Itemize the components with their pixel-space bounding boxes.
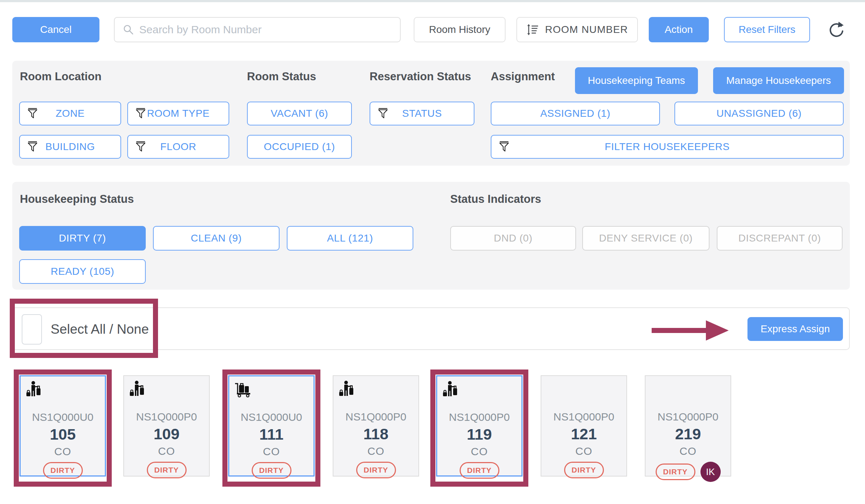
room-number: 118 — [333, 425, 418, 443]
dirty-status-badge: DIRTY — [43, 462, 83, 479]
filter-funnel-icon — [135, 141, 146, 153]
guest-with-luggage-icon — [26, 381, 43, 397]
filter-funnel-icon — [27, 141, 38, 153]
select-all-label: Select All / None — [51, 308, 149, 351]
deny-service-indicator-button[interactable]: DENY SERVICE (0) — [582, 226, 710, 251]
discrepant-indicator-button[interactable]: DISCREPANT (0) — [717, 226, 843, 251]
room-card-219[interactable]: NS1Q000P0 219 CO DIRTY IK — [645, 375, 731, 477]
all-filter-button[interactable]: ALL (121) — [287, 226, 413, 251]
occupied-filter-button[interactable]: OCCUPIED (1) — [247, 135, 352, 159]
room-type-filter-button[interactable]: ROOM TYPE — [127, 102, 229, 125]
room-card-111[interactable]: NS1Q000U0 111 CO DIRTY — [228, 375, 315, 477]
building-filter-button[interactable]: BUILDING — [19, 135, 121, 159]
zone-filter-button[interactable]: ZONE — [19, 102, 121, 125]
room-type-code: NS1Q000P0 — [437, 411, 521, 423]
room-type-code: NS1Q000P0 — [124, 411, 209, 423]
room-type-code: NS1Q000P0 — [333, 411, 418, 423]
reservation-code: CO — [437, 445, 521, 458]
room-card-118[interactable]: NS1Q000P0 118 CO DIRTY — [333, 375, 419, 477]
dirty-status-badge: DIRTY — [564, 462, 604, 478]
zone-label: ZONE — [56, 108, 85, 119]
manage-housekeepers-button[interactable]: Manage Housekeepers — [713, 67, 844, 94]
search-room-input[interactable] — [139, 24, 400, 36]
dirty-status-badge: DIRTY — [252, 462, 291, 479]
reservation-code: CO — [124, 445, 209, 457]
clean-filter-button[interactable]: CLEAN (9) — [153, 226, 280, 251]
housekeeping-status-panel: Housekeeping Status Status Indicators DI… — [12, 182, 850, 290]
building-label: BUILDING — [45, 141, 95, 153]
status-filter-button[interactable]: STATUS — [370, 102, 474, 125]
action-button[interactable]: Action — [649, 17, 709, 42]
room-number: 111 — [229, 426, 314, 443]
reservation-code: CO — [645, 445, 730, 457]
room-type-code: NS1Q000P0 — [541, 411, 626, 423]
status-label: STATUS — [402, 108, 442, 119]
floor-filter-button[interactable]: FLOOR — [127, 135, 229, 159]
assigned-filter-button[interactable]: ASSIGNED (1) — [491, 102, 660, 125]
guest-with-luggage-icon — [338, 380, 356, 397]
sort-room-number-button[interactable]: ROOM NUMBER — [516, 17, 638, 42]
housekeeping-management-page: Cancel Room History ROOM NUMBER Action R… — [0, 0, 865, 504]
express-assign-button[interactable]: Express Assign — [747, 317, 843, 341]
guest-with-luggage-icon — [129, 380, 146, 397]
room-type-label: ROOM TYPE — [147, 108, 210, 119]
housekeeping-teams-button[interactable]: Housekeeping Teams — [575, 67, 698, 94]
dirty-status-badge: DIRTY — [656, 464, 695, 480]
search-room-input-wrapper — [114, 17, 401, 42]
filter-panel: Room Location Room Status Reservation St… — [12, 61, 850, 166]
top-strip — [0, 0, 865, 2]
unassigned-filter-button[interactable]: UNASSIGNED (6) — [674, 102, 844, 125]
room-type-code: NS1Q000U0 — [21, 411, 105, 423]
room-type-code: NS1Q000P0 — [645, 411, 730, 423]
dirty-filter-button[interactable]: DIRTY (7) — [19, 226, 146, 251]
reservation-code: CO — [21, 445, 105, 458]
reservation-status-label: Reservation Status — [370, 70, 471, 83]
refresh-icon[interactable] — [827, 20, 845, 39]
guest-with-luggage-icon — [442, 381, 460, 397]
room-card-119[interactable]: NS1Q000P0 119 CO DIRTY — [436, 375, 523, 477]
search-icon — [123, 24, 134, 35]
room-number: 219 — [645, 425, 730, 443]
ik-housekeeper-badge: IK — [700, 462, 721, 482]
vacant-filter-button[interactable]: VACANT (6) — [247, 102, 352, 125]
reservation-code: CO — [229, 445, 314, 458]
filter-funnel-icon — [27, 107, 38, 120]
filter-housekeepers-label: FILTER HOUSEKEEPERS — [605, 141, 729, 153]
room-card-121[interactable]: NS1Q000P0 121 CO DIRTY — [541, 375, 627, 477]
dirty-status-badge: DIRTY — [460, 462, 499, 479]
room-card-105[interactable]: NS1Q000U0 105 CO DIRTY — [20, 375, 106, 477]
room-number: 105 — [21, 426, 105, 443]
status-indicators-label: Status Indicators — [450, 193, 541, 206]
room-number: 109 — [124, 425, 209, 443]
room-number: 121 — [541, 425, 626, 443]
room-location-label: Room Location — [20, 70, 102, 83]
sort-label: ROOM NUMBER — [545, 24, 628, 35]
filter-funnel-icon — [499, 141, 510, 153]
dirty-status-badge: DIRTY — [356, 462, 396, 478]
reservation-code: CO — [541, 445, 626, 457]
assignment-label: Assignment — [491, 70, 555, 83]
selection-bar: Select All / None Express Assign — [12, 307, 850, 350]
filter-housekeepers-button[interactable]: FILTER HOUSEKEEPERS — [491, 135, 844, 159]
dnd-indicator-button[interactable]: DND (0) — [450, 226, 576, 251]
luggage-cart-icon — [234, 381, 252, 397]
room-type-code: NS1Q000U0 — [229, 411, 314, 423]
floor-label: FLOOR — [160, 141, 196, 153]
filter-funnel-icon — [135, 107, 146, 120]
housekeeping-status-label: Housekeeping Status — [20, 193, 134, 206]
dirty-status-badge: DIRTY — [147, 462, 187, 478]
room-history-button[interactable]: Room History — [414, 17, 506, 42]
sort-icon — [526, 23, 539, 36]
annotation-arrow — [652, 320, 729, 341]
room-status-label: Room Status — [247, 70, 316, 83]
cancel-button[interactable]: Cancel — [12, 17, 99, 42]
room-card-109[interactable]: NS1Q000P0 109 CO DIRTY — [123, 375, 210, 477]
reservation-code: CO — [333, 445, 418, 457]
filter-funnel-icon — [378, 107, 388, 120]
ready-filter-button[interactable]: READY (105) — [19, 259, 146, 284]
reset-filters-button[interactable]: Reset Filters — [724, 17, 810, 42]
room-number: 119 — [437, 426, 521, 443]
select-all-checkbox[interactable] — [22, 314, 42, 345]
